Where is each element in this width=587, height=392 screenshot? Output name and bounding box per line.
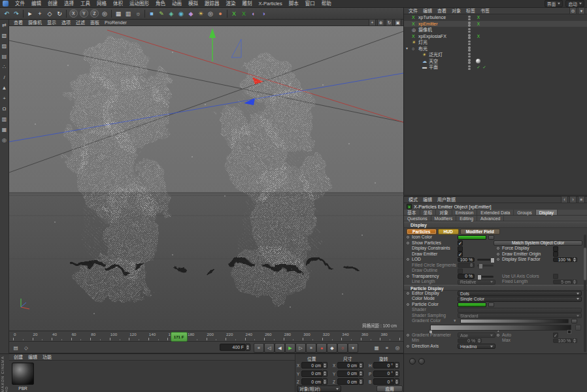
material-menu-item[interactable]: 编辑: [25, 354, 40, 361]
object-menu-item[interactable]: 对象: [449, 8, 463, 14]
display-size-factor-spinner[interactable]: [573, 257, 577, 263]
deformer-button[interactable]: ◆: [186, 9, 195, 18]
use-ui-axis-colors-checkbox[interactable]: [553, 274, 558, 279]
object-row-item[interactable]: ▬平面✓✓: [404, 64, 587, 71]
goto-end-button[interactable]: »: [306, 343, 316, 353]
max-value[interactable]: 100 %: [553, 338, 573, 344]
xparticles-emitter-button[interactable]: X: [229, 9, 239, 18]
coord-spinner[interactable]: [323, 370, 327, 377]
material-menu-item[interactable]: 功能: [40, 354, 54, 361]
object-row-item[interactable]: ☀泛光灯: [404, 52, 587, 58]
menubar-item-item[interactable]: 编辑: [28, 0, 44, 8]
menubar-item-item[interactable]: 脚本: [286, 0, 302, 8]
marker-icon[interactable]: ◇: [22, 344, 30, 351]
model-mode-icon[interactable]: ▧: [1, 32, 8, 39]
editor-visibility-dot[interactable]: [468, 46, 471, 49]
object-row-item[interactable]: ▾○布光: [404, 46, 587, 52]
playback-options-button[interactable]: ▾: [348, 343, 358, 353]
shader-sampling-dropdown[interactable]: Standard: [458, 313, 582, 318]
menubar-item-item[interactable]: 工具: [77, 0, 93, 8]
record-keyframe-button[interactable]: ●: [316, 343, 327, 353]
render-visibility-dot[interactable]: [468, 37, 471, 39]
tab-editing[interactable]: Editing: [456, 216, 477, 221]
object-row-xpturbulence[interactable]: XxpTurbulenceX: [404, 14, 587, 21]
sound-icon[interactable]: ▦: [373, 344, 380, 351]
coord-field-item-z[interactable]: 0 cm: [301, 378, 323, 385]
layout-select-item[interactable]: 启动: [565, 0, 584, 7]
timeline-ruler[interactable]: 0204060801001201401601802002202402602803…: [9, 331, 403, 342]
viewport-menu-item[interactable]: 选项: [59, 20, 73, 26]
coord-field-item-x[interactable]: 0 cm: [337, 362, 359, 368]
coord-field-item-y[interactable]: 0 cm: [301, 370, 323, 377]
check-tag-icon[interactable]: ✓: [482, 65, 487, 70]
coord-spinner[interactable]: [395, 362, 399, 368]
tab-emission[interactable]: Emission: [452, 210, 478, 215]
rotate-tool-icon[interactable]: ↻: [55, 9, 64, 18]
redo-icon[interactable]: ↷: [12, 9, 21, 18]
gradient-parameter-anim-dot[interactable]: [407, 334, 409, 336]
tab-display[interactable]: Display: [536, 210, 558, 215]
display-size-factor-value[interactable]: 100 %: [553, 257, 573, 263]
object-menu-item[interactable]: 查看: [435, 8, 449, 14]
icon-color-anim-dot[interactable]: [407, 236, 409, 238]
viewport-canvas[interactable]: 网格间距 : 100 cm: [9, 26, 403, 331]
menubar-item-item[interactable]: 运动图形: [126, 0, 152, 8]
draw-emitter-origin-checkbox[interactable]: [553, 252, 558, 257]
tab-item[interactable]: 对象: [436, 210, 452, 215]
render-visibility-dot[interactable]: [468, 68, 471, 71]
editor-display-dropdown[interactable]: Dots: [458, 291, 582, 296]
fixed-length-value[interactable]: 5 cm: [553, 280, 573, 285]
apply-button[interactable]: 应用: [377, 385, 403, 392]
coord-mode-dropdown[interactable]: 对象(相对): [297, 385, 341, 392]
color-mode-dropdown[interactable]: Single Color: [458, 297, 582, 302]
object-row-xpexplosiafx[interactable]: XxpExplosiaFXX: [404, 33, 587, 40]
editor-visibility-dot[interactable]: [468, 65, 471, 68]
play-button[interactable]: ▶: [285, 343, 295, 353]
xparticles-system-button[interactable]: X: [239, 9, 248, 18]
coord-field-item-p[interactable]: 0 °: [373, 370, 395, 377]
subtab-particles[interactable]: Particles: [407, 229, 437, 235]
edges-mode-icon[interactable]: /: [1, 74, 8, 81]
end-frame-spinner[interactable]: [246, 344, 250, 351]
editor-visibility-dot[interactable]: [468, 28, 471, 31]
transparency-slider[interactable]: [477, 276, 494, 278]
gradient-color-gradient-bar[interactable]: [460, 319, 569, 323]
editor-visibility-dot[interactable]: [468, 59, 471, 61]
show-particles-anim-dot[interactable]: [407, 242, 409, 244]
menubar-item-item[interactable]: 跟踪器: [201, 0, 223, 8]
toggle-views-icon[interactable]: ▣: [394, 19, 401, 26]
subtab-modifier-field[interactable]: Modifier Field: [460, 229, 500, 235]
lod-value[interactable]: 100 %: [458, 257, 475, 263]
object-row-item[interactable]: ☁天空: [404, 58, 587, 65]
end-frame-field[interactable]: 400 F: [220, 344, 250, 351]
keyframe-selection-button[interactable]: ◆: [327, 343, 337, 353]
xp-tag-icon[interactable]: X: [476, 15, 481, 20]
axis-mode-icon[interactable]: +: [1, 95, 8, 102]
particle-color-swatch[interactable]: [458, 302, 486, 307]
max-spinner[interactable]: [573, 338, 577, 344]
expand-arrow-icon[interactable]: ▾: [406, 46, 408, 52]
timeline-layout-icon[interactable]: ▤: [12, 344, 20, 351]
editor-visibility-dot[interactable]: [468, 34, 471, 37]
tab-extended-data[interactable]: Extended Data: [477, 210, 514, 215]
auto-anim-dot[interactable]: [497, 334, 499, 336]
render-visibility-dot[interactable]: [468, 43, 471, 46]
cloth-button[interactable]: ◐: [249, 9, 258, 18]
tab-modifiers[interactable]: Modifiers: [431, 216, 457, 221]
render-visibility-dot[interactable]: [468, 49, 471, 52]
gradient-color-expand-arrow[interactable]: ▾: [454, 318, 456, 324]
scale-tool-icon[interactable]: ◇: [45, 9, 54, 18]
round-badge-icon-1[interactable]: [409, 358, 416, 365]
pen-spline-button[interactable]: ✎: [157, 9, 166, 18]
object-row-item[interactable]: ◎摄像机: [404, 27, 587, 33]
xp-tag-icon[interactable]: X: [476, 34, 481, 39]
match-system-object-color-button[interactable]: Match System Object Color: [494, 240, 582, 246]
line-length-dropdown[interactable]: Relative: [458, 280, 495, 285]
material-tag-icon[interactable]: [476, 59, 480, 63]
show-particles-checkbox[interactable]: ✓: [458, 240, 463, 246]
environment-button[interactable]: ☀: [196, 9, 205, 18]
menubar-item-item[interactable]: 选择: [61, 0, 77, 8]
viewport-menu-item[interactable]: 显示: [44, 20, 59, 26]
am-history-forward-icon[interactable]: ›: [569, 196, 577, 203]
om-search-icon[interactable]: ⊙: [569, 7, 577, 14]
